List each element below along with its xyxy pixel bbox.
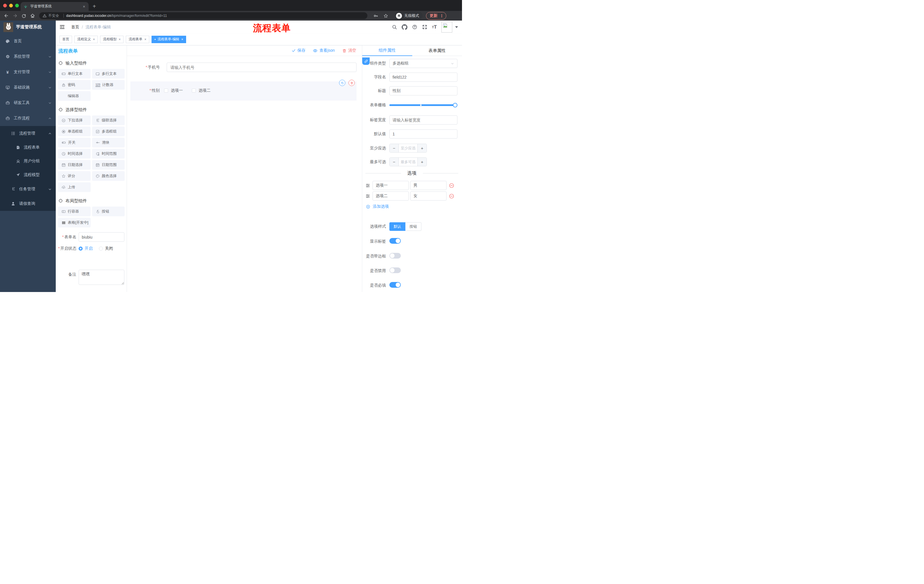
- github-icon[interactable]: [402, 24, 408, 30]
- component-type-select[interactable]: 多选框组: [389, 59, 457, 68]
- drag-handle-icon[interactable]: [365, 194, 370, 199]
- sidebar-item-home[interactable]: 首页: [0, 33, 56, 49]
- option-value-input[interactable]: [410, 191, 447, 201]
- status-radio-on[interactable]: 开启: [79, 246, 92, 251]
- reload-icon[interactable]: [21, 13, 26, 18]
- status-radio-off[interactable]: 关闭: [99, 246, 113, 251]
- close-tab-icon[interactable]: ×: [82, 4, 86, 9]
- component-slider[interactable]: 滑块: [92, 138, 125, 147]
- browser-menu-kebab-icon[interactable]: ⋮: [440, 13, 444, 18]
- sidebar-item-user-group[interactable]: 用户分组: [0, 154, 56, 168]
- component-button[interactable]: 按钮: [92, 207, 125, 216]
- option-label-input[interactable]: [373, 181, 409, 190]
- zoom-window-button[interactable]: [15, 4, 19, 7]
- home-icon[interactable]: [30, 13, 35, 18]
- style-button-button[interactable]: 按钮: [405, 222, 421, 231]
- close-window-button[interactable]: [3, 4, 7, 7]
- stepper-plus-button[interactable]: +: [417, 144, 427, 152]
- fullscreen-icon[interactable]: [422, 24, 427, 30]
- new-tab-button[interactable]: +: [92, 2, 96, 10]
- title-input[interactable]: [389, 86, 457, 95]
- stepper-plus-button[interactable]: +: [417, 158, 427, 166]
- address-bar[interactable]: 不安全 dashboard.yudao.iocoder.cn/bpm/manag…: [39, 12, 367, 19]
- component-switch[interactable]: 开关: [58, 138, 91, 147]
- avatar[interactable]: [441, 22, 452, 33]
- view-json-button[interactable]: 查看json: [313, 48, 335, 53]
- close-icon[interactable]: ×: [144, 38, 146, 41]
- back-icon[interactable]: [4, 13, 9, 18]
- component-editor[interactable]: 编辑器: [58, 91, 91, 101]
- component-multi-line-text[interactable]: 多行文本: [92, 69, 125, 79]
- avatar-caret-down-icon[interactable]: [455, 26, 458, 28]
- gender-checkbox-2[interactable]: [192, 89, 196, 92]
- browser-tab[interactable]: 芋道管理系统 ×: [21, 2, 89, 11]
- tab-form-props[interactable]: 表单属性: [412, 45, 462, 56]
- component-time-range[interactable]: 时间范围: [92, 149, 125, 159]
- component-row-container[interactable]: 行容器: [58, 207, 91, 216]
- form-remark-textarea[interactable]: 嘿嘿: [79, 270, 124, 285]
- default-value-input[interactable]: [389, 130, 457, 138]
- close-icon[interactable]: ×: [181, 38, 183, 41]
- label-width-input[interactable]: [389, 115, 457, 125]
- update-button[interactable]: 更新 ⋮: [426, 12, 446, 20]
- component-upload[interactable]: 上传: [58, 182, 91, 192]
- component-counter[interactable]: 123计数器: [92, 80, 125, 90]
- gender-checkbox-1[interactable]: [164, 89, 168, 92]
- required-toggle[interactable]: [389, 282, 401, 288]
- grid-slider[interactable]: [389, 104, 455, 106]
- sidebar-item-task-management[interactable]: 任务管理: [0, 182, 56, 196]
- sidebar-item-system[interactable]: 系统管理: [0, 49, 56, 64]
- clear-button[interactable]: 清空: [342, 48, 356, 53]
- form-name-input[interactable]: [79, 232, 124, 242]
- sidebar-item-leave-query[interactable]: 请假查询: [0, 196, 56, 211]
- tag-process-model[interactable]: 流程模型×: [100, 36, 124, 43]
- tag-process-form[interactable]: 流程表单×: [126, 36, 149, 43]
- component-single-line-text[interactable]: 单行文本: [58, 69, 91, 79]
- sidebar-item-infrastructure[interactable]: 基础设施: [0, 80, 56, 95]
- add-option-button[interactable]: 添加选项: [366, 204, 462, 209]
- remove-option-button[interactable]: [449, 183, 454, 188]
- delete-component-button[interactable]: [348, 80, 355, 86]
- drag-handle-icon[interactable]: [365, 183, 370, 188]
- disabled-toggle[interactable]: [389, 267, 401, 273]
- sidebar-item-payment[interactable]: ¥ 支付管理: [0, 64, 56, 80]
- component-cascader[interactable]: 级联选择: [92, 115, 125, 125]
- tag-home[interactable]: 首页: [59, 36, 72, 43]
- font-size-icon[interactable]: TT: [432, 24, 437, 30]
- component-date-picker[interactable]: 日期选择: [58, 160, 91, 170]
- sidebar-item-workflow[interactable]: 工作流程: [0, 110, 56, 126]
- breadcrumb-home[interactable]: 首页: [71, 25, 79, 30]
- component-password[interactable]: 密码: [58, 80, 91, 90]
- bookmark-star-icon[interactable]: [383, 13, 388, 18]
- show-label-toggle[interactable]: [389, 238, 401, 244]
- search-icon[interactable]: [392, 24, 397, 30]
- selected-component-block[interactable]: *性别 选项一 选项二: [130, 81, 356, 100]
- security-label[interactable]: 不安全: [48, 13, 59, 18]
- component-checkbox-group[interactable]: 多选框组: [92, 127, 125, 136]
- stepper-minus-button[interactable]: −: [390, 144, 399, 152]
- sidebar-fold-icon[interactable]: [59, 24, 65, 30]
- slider-handle[interactable]: [453, 103, 457, 107]
- option-label-input[interactable]: [373, 191, 409, 201]
- link-chain-tag[interactable]: [362, 58, 370, 65]
- tag-process-definition[interactable]: 流程定义×: [74, 36, 98, 43]
- max-select-placeholder[interactable]: 最多可选: [399, 158, 417, 166]
- window-controls[interactable]: [3, 4, 19, 7]
- component-dropdown[interactable]: 下拉选择: [58, 115, 91, 125]
- sidebar-item-process-model[interactable]: 流程模型: [0, 168, 56, 182]
- option-value-input[interactable]: [410, 181, 447, 190]
- sidebar-item-process-form[interactable]: 流程表单: [0, 141, 56, 154]
- component-table-dev[interactable]: 表格[开发中]: [58, 218, 91, 227]
- help-icon[interactable]: [412, 24, 417, 30]
- min-select-placeholder[interactable]: 至少应选: [399, 144, 417, 152]
- close-icon[interactable]: ×: [93, 38, 95, 41]
- copy-component-button[interactable]: [339, 80, 345, 86]
- forward-icon[interactable]: [13, 13, 18, 18]
- border-toggle[interactable]: [389, 253, 401, 258]
- password-key-icon[interactable]: [373, 13, 378, 18]
- component-time-picker[interactable]: 时间选择: [58, 149, 91, 159]
- component-date-range[interactable]: 日期范围: [92, 160, 125, 170]
- component-color-picker[interactable]: 颜色选择: [92, 171, 125, 181]
- phone-input[interactable]: [167, 63, 356, 72]
- save-button[interactable]: 保存: [292, 48, 305, 53]
